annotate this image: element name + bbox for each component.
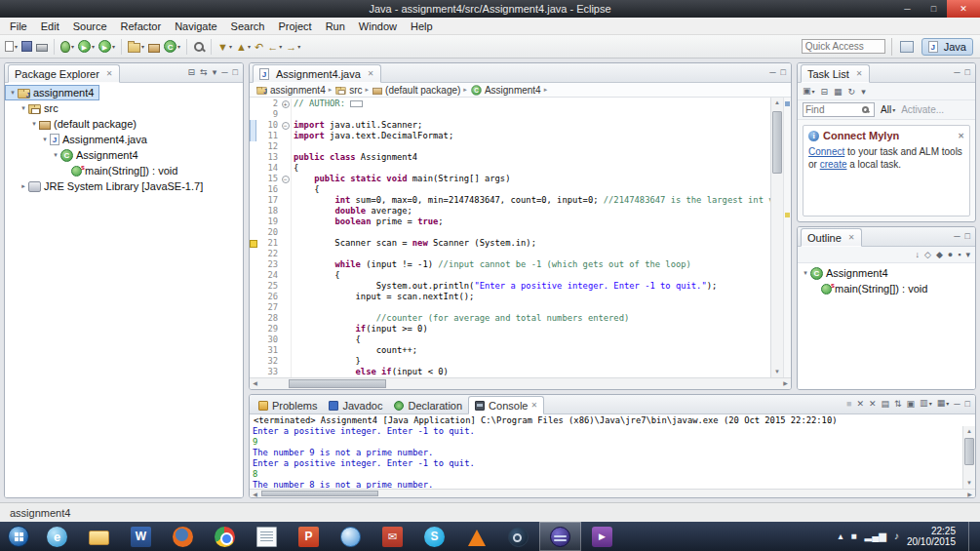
console-vertical-scrollbar[interactable]: ▲ ▼ <box>962 426 975 489</box>
tree-item-main-string-void[interactable]: smain(String[]) : void <box>798 281 933 296</box>
tree-item-src[interactable]: ▾src <box>5 100 64 116</box>
line-number[interactable]: 23 <box>256 259 280 270</box>
twisty-icon[interactable]: ▾ <box>51 151 60 159</box>
collapse-all-icon[interactable]: ⊟ <box>821 86 829 98</box>
line-number[interactable]: 2 <box>256 98 280 109</box>
dropdown-arrow-icon[interactable]: ▾ <box>112 43 115 50</box>
find-input[interactable] <box>805 104 860 115</box>
dropdown-arrow-icon[interactable]: ▾ <box>229 43 232 50</box>
code-line[interactable]: 11import java.text.DecimalFormat; <box>250 131 770 141</box>
fold-minus-icon[interactable]: − <box>280 120 292 131</box>
scroll-up-icon[interactable]: ▲ <box>771 98 783 108</box>
code-rows[interactable]: 2+// AUTHOR:910−import java.util.Scanner… <box>250 98 770 377</box>
close-view-icon[interactable]: ✕ <box>848 233 855 242</box>
line-number[interactable]: 10 <box>256 120 280 131</box>
scroll-right-icon[interactable]: ▶ <box>780 378 791 389</box>
maximize-icon[interactable]: □ <box>965 66 970 78</box>
taskbar-word-icon[interactable] <box>120 522 162 551</box>
scroll-left-icon[interactable]: ◀ <box>250 378 260 389</box>
line-number[interactable]: 20 <box>256 227 280 238</box>
java-perspective-button[interactable]: Java <box>921 38 973 56</box>
show-desktop-button[interactable] <box>968 522 973 551</box>
tree-item-assignment4[interactable]: ▾assignment4 <box>5 85 99 100</box>
menu-edit[interactable]: Edit <box>34 19 66 34</box>
hide-fields-icon[interactable]: ◇ <box>924 249 931 260</box>
tree-item-assignment4[interactable]: ▾Assignment4 <box>5 147 144 163</box>
minimize-icon[interactable]: ─ <box>954 230 960 242</box>
dropdown-arrow-icon[interactable]: ▾ <box>141 43 144 50</box>
close-view-icon[interactable]: ✕ <box>856 69 863 78</box>
new-button[interactable]: ▾ <box>3 37 20 57</box>
code-line[interactable]: 31 count++; <box>250 345 770 356</box>
close-view-icon[interactable]: ✕ <box>106 69 113 78</box>
taskbar-clock[interactable]: 22:25 20/10/2015 <box>907 526 956 547</box>
code-line[interactable]: 10−import java.util.Scanner; <box>250 120 770 131</box>
menu-run[interactable]: Run <box>319 19 352 34</box>
code-area[interactable]: 2+// AUTHOR:910−import java.util.Scanner… <box>250 98 791 377</box>
taskbar-chrome-icon[interactable] <box>204 522 246 551</box>
code-line[interactable]: 14{ <box>250 163 770 174</box>
line-number[interactable]: 31 <box>256 345 280 356</box>
code-line[interactable]: 27 <box>250 302 770 313</box>
tab-console[interactable]: Console✕ <box>468 396 544 414</box>
menu-window[interactable]: Window <box>352 19 404 34</box>
line-number[interactable]: 24 <box>256 270 280 281</box>
line-number[interactable]: 33 <box>256 367 280 377</box>
code-line[interactable]: 16 { <box>250 184 770 195</box>
console-scrollbar-thumb[interactable] <box>964 438 974 465</box>
focus-on-workweek-icon[interactable]: ▦ <box>834 86 843 98</box>
terminate-icon[interactable]: ■ <box>846 398 851 410</box>
breadcrumb-assignment4[interactable]: Assignment4 <box>468 84 543 97</box>
package-explorer-tab[interactable]: Package Explorer ✕ <box>8 64 120 83</box>
code-line[interactable]: 30 { <box>250 335 770 345</box>
maximize-icon[interactable]: □ <box>965 398 970 410</box>
scroll-down-icon[interactable]: ▼ <box>963 478 975 489</box>
code-line[interactable]: 24 { <box>250 270 770 281</box>
console-output[interactable]: Enter a positive integer. Enter -1 to qu… <box>250 426 962 489</box>
taskbar-edge-icon[interactable] <box>36 522 78 551</box>
code-line[interactable]: 19 boolean prime = true; <box>250 216 770 227</box>
scroll-up-icon[interactable]: ▲ <box>963 426 975 437</box>
taskbar-firefox-icon[interactable] <box>162 522 204 551</box>
view-menu-icon[interactable]: ▾ <box>861 86 866 98</box>
dropdown-arrow-icon[interactable]: ▾ <box>71 43 74 50</box>
tab-javadoc[interactable]: Javadoc <box>323 396 388 414</box>
dropdown-arrow-icon[interactable]: ▾ <box>15 43 18 50</box>
hide-non-public-members-icon[interactable]: ● <box>948 249 953 260</box>
dropdown-arrow-icon[interactable]: ▾ <box>279 43 282 50</box>
code-line[interactable]: 13public class Assignment4 <box>250 152 770 163</box>
back-button[interactable]: ←▾ <box>265 37 284 57</box>
taskbar-powerpoint-icon[interactable] <box>288 522 330 551</box>
sort-alphabetically-icon[interactable]: ↓ <box>915 249 920 260</box>
menu-navigate[interactable]: Navigate <box>168 19 223 34</box>
editor-scrollbar-thumb[interactable] <box>772 111 782 174</box>
line-number[interactable]: 14 <box>256 163 280 174</box>
hide-static-members-icon[interactable]: ◆ <box>936 249 943 260</box>
code-line[interactable]: 20 <box>250 227 770 238</box>
taskbar-file-explorer-icon[interactable] <box>78 522 120 551</box>
line-number[interactable]: 32 <box>256 356 280 367</box>
dropdown-arrow-icon[interactable]: ▾ <box>92 43 95 50</box>
taskbar-eclipse-icon[interactable] <box>539 522 581 551</box>
code-line[interactable]: 9 <box>250 109 770 120</box>
pin-console-icon[interactable]: ▣ <box>907 398 916 410</box>
task-list-tab[interactable]: Task List ✕ <box>801 64 870 83</box>
twisty-icon[interactable]: ▾ <box>29 120 39 128</box>
menu-file[interactable]: File <box>3 19 34 34</box>
breadcrumb-default-package[interactable]: (default package) <box>370 84 462 96</box>
tab-declaration[interactable]: Declaration <box>388 396 468 414</box>
code-line[interactable]: 2+// AUTHOR: <box>250 98 770 109</box>
collapse-all-icon[interactable]: ⊟ <box>188 66 196 78</box>
menu-search[interactable]: Search <box>224 19 272 34</box>
line-number[interactable]: 29 <box>256 324 280 335</box>
scroll-down-icon[interactable]: ▼ <box>771 367 783 377</box>
menu-project[interactable]: Project <box>271 19 318 34</box>
taskbar-media-player-icon[interactable] <box>581 522 623 551</box>
line-number[interactable]: 25 <box>256 281 280 292</box>
close-editor-tab-icon[interactable]: ✕ <box>368 69 374 78</box>
maximize-icon[interactable]: □ <box>781 66 786 78</box>
twisty-icon[interactable]: ▾ <box>19 104 28 112</box>
tab-problems[interactable]: Problems <box>253 396 323 414</box>
new-class-button[interactable]: C▾ <box>162 37 182 57</box>
create-task-link[interactable]: create <box>820 159 847 170</box>
